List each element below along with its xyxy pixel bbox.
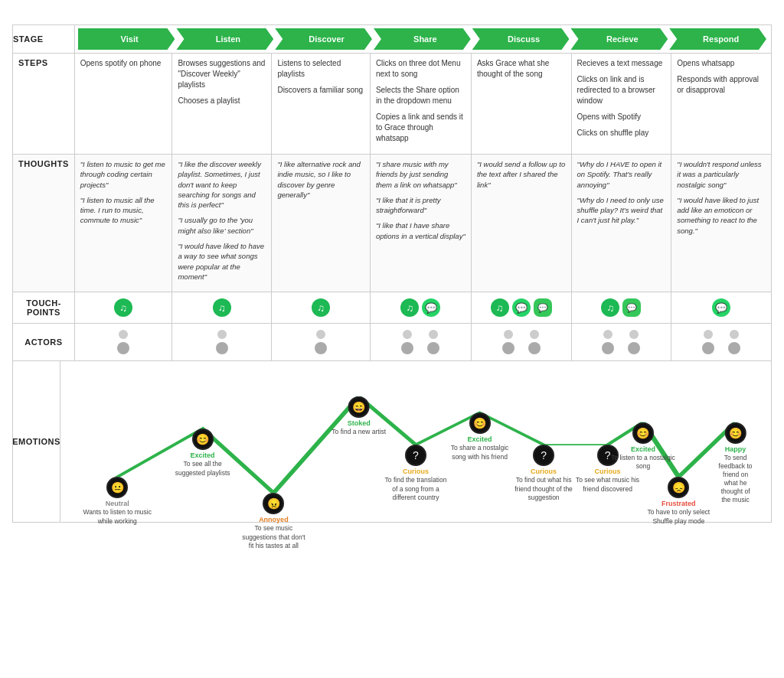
emotion-description: To send feedback to friend on what he th…	[717, 454, 753, 504]
svg-point-0	[119, 330, 128, 339]
tp-icons-group: ♫	[275, 298, 366, 317]
steps-cell-1: Browses suggestions and "Discover Weekly…	[172, 54, 272, 155]
thought-item: "I like the discover weekly playlist. So…	[178, 159, 266, 210]
male-actor-avatar	[596, 328, 619, 356]
spotify-icon: ♫	[491, 298, 509, 317]
thought-item: "I would have liked to have a way to see…	[178, 241, 266, 282]
tp-icons-group: ♫	[175, 298, 268, 317]
emotion-description: To find out what his friend thought of t…	[509, 476, 578, 501]
svg-point-9	[427, 342, 439, 354]
svg-point-12	[530, 330, 539, 339]
svg-point-18	[704, 330, 713, 339]
thoughts-cell-3: "I share music with my friends by just s…	[370, 155, 471, 292]
actor-avatar	[422, 328, 445, 356]
emotion-face-icon: 😐	[106, 477, 128, 498]
emotion-label: Excited	[631, 445, 655, 453]
whatsapp-icon: 💬	[422, 298, 440, 317]
emotion-label: Curious	[531, 468, 557, 475]
svg-point-19	[702, 342, 714, 354]
thoughts-cell-6: "I wouldn't respond unless it was a part…	[671, 155, 772, 292]
svg-point-13	[528, 342, 541, 354]
actor-avatar	[723, 328, 746, 356]
male-actor-avatar	[112, 328, 135, 356]
actor-avatar	[596, 328, 619, 356]
touchpoints-cell-6: 💬	[671, 292, 772, 324]
male-actor-avatar	[309, 328, 332, 356]
spotify-icon: ♫	[601, 298, 619, 317]
svg-point-15	[602, 342, 614, 354]
male-actor-avatar	[697, 328, 720, 356]
thought-item: "I wouldn't respond unless it was a part…	[677, 159, 766, 190]
spotify-icon: ♫	[213, 298, 231, 317]
emotion-label: Happy	[725, 445, 746, 453]
step-item: Selects the Share option in the dropdown…	[376, 85, 466, 106]
emotion-description: Wants to listen to music while working	[83, 508, 152, 525]
actors-cell-6	[671, 324, 772, 361]
emotion-node-happy-10: 😊HappyTo send feedback to friend on what…	[717, 422, 753, 504]
male-actor-avatar	[497, 328, 520, 356]
step-item: Browses suggestions and "Discover Weekly…	[178, 58, 266, 90]
emotions-inner: EMOTIONS 😐NeutralWants to listen to musi…	[13, 361, 771, 522]
steps-row: STEPS Opens spotify on phoneBrowses sugg…	[13, 54, 772, 155]
emotion-node-annoyed-2: 😠AnnoyedTo see music suggestions that do…	[239, 493, 308, 549]
emotion-label: Annoyed	[259, 516, 289, 523]
emotion-face-icon: 😊	[192, 429, 214, 450]
emotion-label: Excited	[468, 435, 492, 443]
actor-avatar	[622, 328, 645, 356]
emotion-label: Neutral	[106, 500, 129, 507]
tp-icons-group: ♫💬	[575, 298, 668, 317]
actors-container	[175, 328, 268, 356]
spotify-icon: ♫	[114, 298, 132, 317]
actors-row-label: ACTORS	[13, 324, 75, 361]
emotion-label: Excited	[191, 451, 215, 459]
female-actor-avatar	[523, 328, 546, 356]
steps-cell-6: Opens whatsappResponds with approval or …	[671, 54, 772, 155]
svg-point-16	[629, 330, 639, 339]
page-container: STAGE VisitListenDiscoverShareDiscussRec…	[0, 0, 784, 538]
male-actor-avatar	[211, 328, 234, 356]
emotion-node-stoked-3: 😄StokedTo find a new artist	[332, 396, 386, 436]
emotion-label: Stoked	[348, 419, 371, 427]
thought-item: "Why do I HAVE to open it on Spotify. Th…	[577, 159, 666, 190]
thought-item: "I would have liked to just add like an …	[677, 195, 766, 236]
spotify-icon: ♫	[400, 298, 419, 317]
emotion-face-icon: 😊	[469, 412, 491, 434]
spotify-icon: ♫	[312, 298, 330, 317]
emotion-description: To see what music his friend discovered	[573, 476, 642, 493]
emotion-description: To see music suggestions that don't fit …	[239, 524, 308, 549]
actors-cell-0	[74, 324, 172, 361]
svg-point-1	[117, 342, 129, 354]
stage-chevron-recieve: Recieve	[570, 28, 668, 50]
emotion-face-icon: 😞	[668, 477, 689, 498]
actors-container	[575, 328, 668, 356]
step-item: Responds with approval or disapproval	[677, 74, 766, 96]
emotion-node-curious-6: ?CuriousTo find out what his friend thou…	[509, 445, 578, 501]
tp-icons-group: 💬	[675, 298, 768, 317]
touchpoints-row: TOUCH­POINTS ♫♫♫♫💬♫💬💬♫💬💬	[13, 292, 772, 324]
step-item: Discovers a familiar song	[277, 85, 364, 96]
svg-point-11	[502, 342, 514, 354]
thoughts-cell-2: "I like alternative rock and indie music…	[272, 155, 370, 292]
stage-row-label: STAGE	[13, 25, 75, 54]
whatsapp-icon: 💬	[712, 298, 730, 317]
svg-point-7	[401, 342, 413, 354]
step-item: Opens with Spotify	[577, 112, 666, 122]
steps-cell-4: Asks Grace what she thought of the song	[471, 54, 571, 155]
whatsapp-icon: 💬	[512, 298, 531, 317]
actor-avatar	[309, 328, 332, 356]
stage-cells: VisitListenDiscoverShareDiscussRecieveRe…	[74, 25, 771, 54]
actors-container	[374, 328, 468, 356]
imessage-icon: 💬	[622, 298, 641, 317]
thought-item: "I like alternative rock and indie music…	[277, 159, 364, 200]
emotions-chart: 😐NeutralWants to listen to music while w…	[60, 361, 771, 522]
svg-point-3	[216, 342, 228, 354]
actors-cell-5	[571, 324, 671, 361]
actors-container	[475, 328, 568, 356]
thought-item: "I share music with my friends by just s…	[376, 159, 466, 190]
thoughts-cell-0: "I listen to music to get me through cod…	[74, 155, 172, 292]
steps-cell-5: Recieves a text messageClicks on link an…	[571, 54, 671, 155]
thought-item: "I like that I have share options in a v…	[376, 220, 466, 241]
emotion-description: To have to only select Shuffle play mode	[644, 508, 713, 525]
svg-point-10	[504, 330, 513, 339]
emotion-node-excited-5: 😊ExcitedTo share a nostalgic song with h…	[446, 412, 514, 461]
